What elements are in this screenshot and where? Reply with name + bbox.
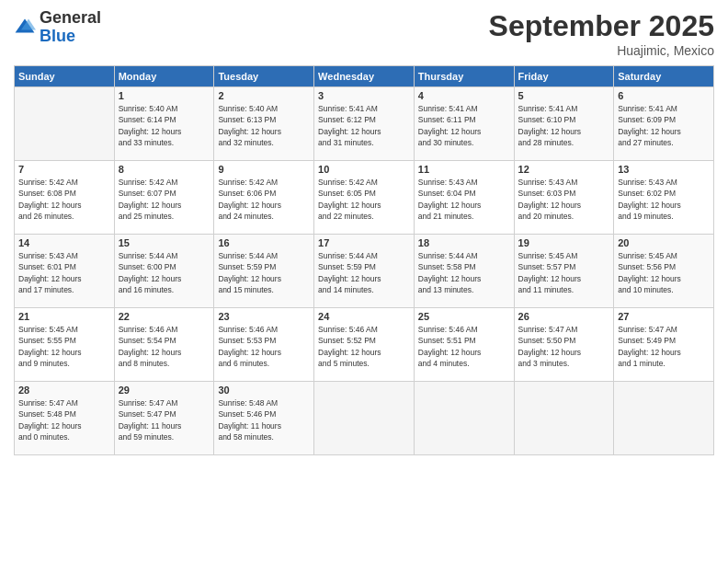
day-number: 25 — [418, 311, 510, 322]
day-number: 29 — [119, 385, 210, 396]
day-number: 17 — [318, 237, 410, 248]
week-row-4: 21Sunrise: 5:45 AMSunset: 5:55 PMDayligh… — [15, 308, 714, 382]
day-number: 3 — [318, 90, 410, 101]
day-cell: 23Sunrise: 5:46 AMSunset: 5:53 PMDayligh… — [214, 308, 314, 382]
col-tuesday: Tuesday — [214, 66, 314, 87]
week-row-1: 1Sunrise: 5:40 AMSunset: 6:14 PMDaylight… — [15, 87, 714, 161]
day-number: 18 — [418, 237, 510, 248]
day-info: Sunrise: 5:47 AMSunset: 5:47 PMDaylight:… — [119, 397, 210, 442]
day-info: Sunrise: 5:43 AMSunset: 6:02 PMDaylight:… — [618, 177, 710, 222]
day-info: Sunrise: 5:45 AMSunset: 5:57 PMDaylight:… — [518, 250, 610, 295]
col-saturday: Saturday — [614, 66, 714, 87]
day-cell: 25Sunrise: 5:46 AMSunset: 5:51 PMDayligh… — [414, 308, 514, 382]
title-block: September 2025 Huajimic, Mexico — [489, 9, 714, 58]
day-number: 30 — [218, 385, 310, 396]
day-number: 16 — [218, 237, 310, 248]
day-cell: 9Sunrise: 5:42 AMSunset: 6:06 PMDaylight… — [214, 161, 314, 235]
day-number: 7 — [18, 164, 110, 175]
day-cell: 2Sunrise: 5:40 AMSunset: 6:13 PMDaylight… — [214, 87, 314, 161]
day-cell: 14Sunrise: 5:43 AMSunset: 6:01 PMDayligh… — [15, 235, 115, 308]
day-info: Sunrise: 5:46 AMSunset: 5:53 PMDaylight:… — [218, 324, 310, 369]
day-info: Sunrise: 5:43 AMSunset: 6:03 PMDaylight:… — [518, 177, 610, 222]
day-cell — [514, 382, 614, 455]
day-cell: 21Sunrise: 5:45 AMSunset: 5:55 PMDayligh… — [15, 308, 115, 382]
day-number: 27 — [618, 311, 710, 322]
day-cell: 19Sunrise: 5:45 AMSunset: 5:57 PMDayligh… — [514, 235, 614, 308]
day-info: Sunrise: 5:41 AMSunset: 6:10 PMDaylight:… — [518, 103, 610, 148]
day-info: Sunrise: 5:47 AMSunset: 5:50 PMDaylight:… — [518, 324, 610, 369]
day-number: 20 — [618, 237, 710, 248]
day-number: 19 — [518, 237, 610, 248]
day-number: 21 — [18, 311, 110, 322]
col-monday: Monday — [114, 66, 214, 87]
day-info: Sunrise: 5:44 AMSunset: 6:00 PMDaylight:… — [119, 250, 210, 295]
day-cell — [15, 87, 115, 161]
day-info: Sunrise: 5:41 AMSunset: 6:09 PMDaylight:… — [618, 103, 710, 148]
header-row: Sunday Monday Tuesday Wednesday Thursday… — [15, 66, 714, 87]
day-info: Sunrise: 5:45 AMSunset: 5:56 PMDaylight:… — [618, 250, 710, 295]
day-info: Sunrise: 5:41 AMSunset: 6:11 PMDaylight:… — [418, 103, 510, 148]
day-info: Sunrise: 5:43 AMSunset: 6:01 PMDaylight:… — [18, 250, 110, 295]
day-cell: 4Sunrise: 5:41 AMSunset: 6:11 PMDaylight… — [414, 87, 514, 161]
day-info: Sunrise: 5:44 AMSunset: 5:58 PMDaylight:… — [418, 250, 510, 295]
day-cell: 24Sunrise: 5:46 AMSunset: 5:52 PMDayligh… — [314, 308, 415, 382]
day-info: Sunrise: 5:42 AMSunset: 6:06 PMDaylight:… — [218, 177, 310, 222]
day-number: 24 — [318, 311, 410, 322]
day-info: Sunrise: 5:47 AMSunset: 5:48 PMDaylight:… — [18, 397, 110, 442]
day-info: Sunrise: 5:44 AMSunset: 5:59 PMDaylight:… — [218, 250, 310, 295]
day-cell: 6Sunrise: 5:41 AMSunset: 6:09 PMDaylight… — [614, 87, 714, 161]
day-number: 5 — [518, 90, 610, 101]
day-cell: 28Sunrise: 5:47 AMSunset: 5:48 PMDayligh… — [15, 382, 115, 455]
day-number: 8 — [119, 164, 210, 175]
day-cell: 10Sunrise: 5:42 AMSunset: 6:05 PMDayligh… — [314, 161, 415, 235]
day-cell: 16Sunrise: 5:44 AMSunset: 5:59 PMDayligh… — [214, 235, 314, 308]
col-sunday: Sunday — [15, 66, 115, 87]
day-cell: 27Sunrise: 5:47 AMSunset: 5:49 PMDayligh… — [614, 308, 714, 382]
day-info: Sunrise: 5:44 AMSunset: 5:59 PMDaylight:… — [318, 250, 410, 295]
day-cell: 12Sunrise: 5:43 AMSunset: 6:03 PMDayligh… — [514, 161, 614, 235]
day-info: Sunrise: 5:46 AMSunset: 5:52 PMDaylight:… — [318, 324, 410, 369]
day-cell — [614, 382, 714, 455]
day-info: Sunrise: 5:40 AMSunset: 6:14 PMDaylight:… — [119, 103, 210, 148]
day-info: Sunrise: 5:46 AMSunset: 5:54 PMDaylight:… — [119, 324, 210, 369]
day-number: 14 — [18, 237, 110, 248]
day-number: 26 — [518, 311, 610, 322]
week-row-2: 7Sunrise: 5:42 AMSunset: 6:08 PMDaylight… — [15, 161, 714, 235]
day-cell: 5Sunrise: 5:41 AMSunset: 6:10 PMDaylight… — [514, 87, 614, 161]
day-info: Sunrise: 5:46 AMSunset: 5:51 PMDaylight:… — [418, 324, 510, 369]
logo-blue-text: Blue — [40, 27, 75, 45]
col-friday: Friday — [514, 66, 614, 87]
day-cell: 17Sunrise: 5:44 AMSunset: 5:59 PMDayligh… — [314, 235, 415, 308]
day-number: 11 — [418, 164, 510, 175]
logo: General Blue — [14, 9, 101, 46]
day-number: 2 — [218, 90, 310, 101]
day-number: 15 — [119, 237, 210, 248]
day-cell: 20Sunrise: 5:45 AMSunset: 5:56 PMDayligh… — [614, 235, 714, 308]
page: General Blue September 2025 Huajimic, Me… — [0, 0, 728, 563]
day-info: Sunrise: 5:48 AMSunset: 5:46 PMDaylight:… — [218, 397, 310, 442]
day-cell: 7Sunrise: 5:42 AMSunset: 6:08 PMDaylight… — [15, 161, 115, 235]
day-cell: 13Sunrise: 5:43 AMSunset: 6:02 PMDayligh… — [614, 161, 714, 235]
day-cell: 1Sunrise: 5:40 AMSunset: 6:14 PMDaylight… — [114, 87, 214, 161]
day-number: 28 — [18, 385, 110, 396]
day-cell — [314, 382, 415, 455]
day-info: Sunrise: 5:40 AMSunset: 6:13 PMDaylight:… — [218, 103, 310, 148]
logo-general-text: General — [40, 8, 101, 27]
calendar-table: Sunday Monday Tuesday Wednesday Thursday… — [14, 65, 714, 455]
day-number: 22 — [119, 311, 210, 322]
logo-icon — [14, 17, 36, 39]
day-info: Sunrise: 5:42 AMSunset: 6:08 PMDaylight:… — [18, 177, 110, 222]
day-info: Sunrise: 5:42 AMSunset: 6:05 PMDaylight:… — [318, 177, 410, 222]
day-number: 12 — [518, 164, 610, 175]
day-cell: 29Sunrise: 5:47 AMSunset: 5:47 PMDayligh… — [114, 382, 214, 455]
day-cell: 8Sunrise: 5:42 AMSunset: 6:07 PMDaylight… — [114, 161, 214, 235]
day-number: 1 — [119, 90, 210, 101]
day-cell: 22Sunrise: 5:46 AMSunset: 5:54 PMDayligh… — [114, 308, 214, 382]
location-subtitle: Huajimic, Mexico — [489, 43, 714, 58]
day-number: 4 — [418, 90, 510, 101]
month-title: September 2025 — [489, 9, 714, 43]
day-cell: 18Sunrise: 5:44 AMSunset: 5:58 PMDayligh… — [414, 235, 514, 308]
week-row-5: 28Sunrise: 5:47 AMSunset: 5:48 PMDayligh… — [15, 382, 714, 455]
day-info: Sunrise: 5:41 AMSunset: 6:12 PMDaylight:… — [318, 103, 410, 148]
day-info: Sunrise: 5:42 AMSunset: 6:07 PMDaylight:… — [119, 177, 210, 222]
